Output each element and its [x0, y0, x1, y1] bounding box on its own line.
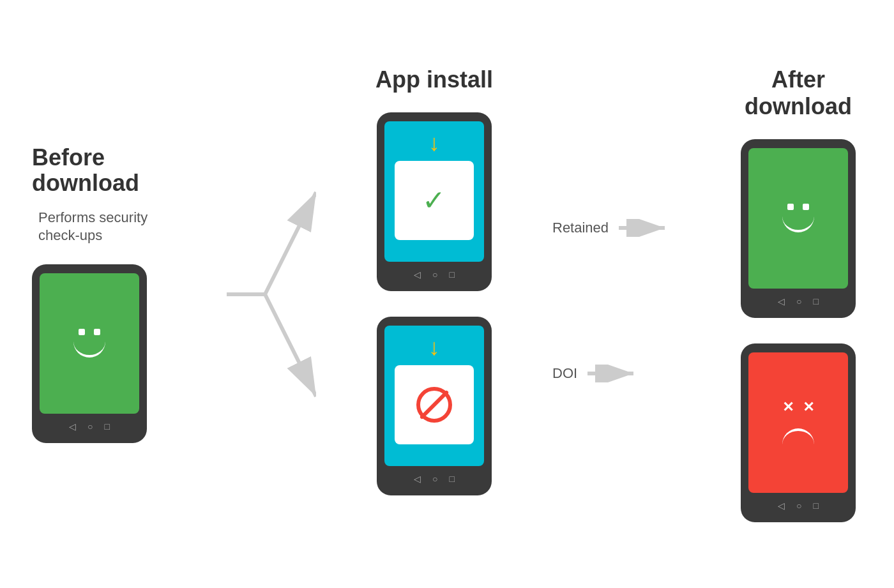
smiley-mouth-before: [73, 342, 105, 358]
phone-install-bad-screen: ↓: [384, 326, 484, 466]
phone-after-bad-nav: ◁ ○ □: [748, 497, 848, 515]
nav-home-ag: ○: [796, 296, 801, 306]
before-subtitle: Performs security check-ups: [32, 209, 172, 245]
svg-line-2: [265, 192, 316, 294]
nav-recent-before: □: [105, 421, 110, 432]
arrows-with-labels: Retained DOI: [552, 109, 680, 479]
x-eye-left: ✕: [782, 400, 794, 414]
sad-face-after-bad: ✕ ✕: [782, 400, 814, 444]
nav-recent-ag: □: [814, 296, 819, 306]
smiley-eye-left-ag: [787, 204, 794, 210]
phone-before-screen: [40, 273, 139, 414]
smiley-before: [73, 329, 105, 358]
sad-eyes-after-bad: ✕ ✕: [782, 400, 814, 414]
retained-row: Retained: [552, 219, 670, 237]
nav-home-ib: ○: [432, 474, 437, 484]
nav-recent-ib: □: [450, 474, 455, 484]
diagram-columns: Before download Performs security check-…: [32, 66, 862, 522]
doi-row: DOI: [552, 365, 639, 382]
smiley-eye-left: [79, 329, 85, 335]
install-title: App install: [375, 66, 493, 93]
smiley-eye-right: [94, 329, 100, 335]
smiley-after-good: [782, 204, 814, 232]
phone-before: ◁ ○ □: [32, 264, 147, 443]
retained-arrow-svg: [619, 219, 670, 237]
phones-install: ↓ ✓ ◁ ○ □: [377, 112, 492, 495]
nav-back-ib: ◁: [414, 474, 421, 484]
phones-after: ◁ ○ □ ✕ ✕: [741, 139, 856, 522]
nav-back-ag: ◁: [778, 296, 785, 306]
phone-after-good-screen: [748, 148, 848, 289]
phone-install-bad-nav: ◁ ○ □: [384, 470, 484, 488]
phone-before-nav: ◁ ○ □: [40, 418, 139, 435]
sad-mouth-after-bad: [782, 428, 814, 444]
doi-arrow-svg: [587, 365, 639, 382]
main-container: Before download Performs security check-…: [0, 0, 894, 588]
phone-after-bad: ✕ ✕ ◁ ○ □: [741, 343, 856, 522]
install-bad-content: ↓: [384, 326, 484, 466]
col-install: App install ↓ ✓ ◁ ○: [370, 66, 498, 495]
col-after: After download ◁: [734, 66, 862, 522]
x-eye-right: ✕: [803, 400, 814, 414]
nav-home-ig: ○: [432, 269, 437, 280]
nav-home-ab: ○: [796, 501, 801, 511]
install-card-bad: [395, 365, 474, 445]
phone-after-good: ◁ ○ □: [741, 139, 856, 318]
phone-install-bad: ↓ ◁ ○ □: [377, 317, 492, 495]
phone-after-bad-screen: ✕ ✕: [748, 352, 848, 493]
fork-arrows-left: [227, 109, 316, 479]
retained-label: Retained: [552, 220, 609, 236]
nav-home-before: ○: [87, 421, 93, 432]
phone-after-good-nav: ◁ ○ □: [748, 292, 848, 310]
nav-back-ab: ◁: [778, 501, 785, 511]
phone-install-good: ↓ ✓ ◁ ○ □: [377, 112, 492, 291]
phone-install-good-screen: ↓ ✓: [384, 121, 484, 262]
block-icon: [416, 387, 452, 423]
col-before: Before download Performs security check-…: [32, 145, 172, 442]
fork-svg: [227, 109, 316, 479]
nav-back-ig: ◁: [414, 269, 421, 280]
smiley-eye-right-ag: [803, 204, 809, 210]
before-title: Before download: [32, 145, 172, 195]
after-title: After download: [734, 66, 862, 120]
smiley-eyes-after-good: [787, 204, 809, 210]
download-arrow-bad: ↓: [428, 336, 440, 359]
svg-line-3: [265, 294, 316, 396]
smiley-eyes-before: [79, 329, 100, 335]
nav-recent-ig: □: [450, 269, 455, 280]
checkmark-icon: ✓: [422, 184, 446, 216]
smiley-mouth-after-good: [782, 216, 814, 232]
download-arrow-good: ↓: [428, 132, 440, 155]
phone-install-good-nav: ◁ ○ □: [384, 266, 484, 283]
install-good-content: ↓ ✓: [384, 121, 484, 262]
nav-recent-ab: □: [814, 501, 819, 511]
nav-back-before: ◁: [69, 421, 76, 432]
install-card-good: ✓: [395, 161, 474, 241]
doi-label: DOI: [552, 365, 577, 382]
